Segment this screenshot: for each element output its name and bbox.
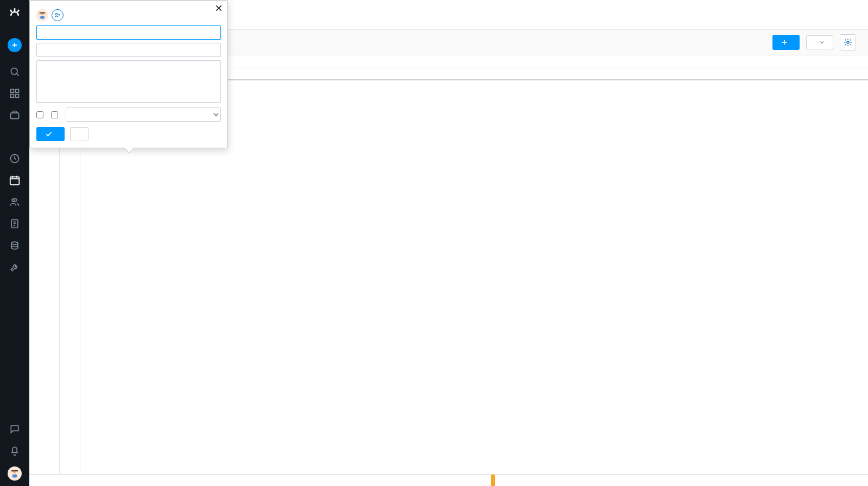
new-button[interactable] [8, 38, 22, 52]
timeline-marker[interactable] [491, 475, 495, 486]
dashboard-icon[interactable] [9, 87, 21, 99]
save-button[interactable] [36, 127, 65, 141]
svg-rect-2 [16, 90, 19, 93]
svg-rect-20 [40, 16, 45, 18]
chat-icon[interactable] [9, 423, 21, 435]
svg-rect-21 [40, 12, 46, 14]
briefcase-icon[interactable] [9, 109, 21, 121]
svg-rect-13 [11, 470, 18, 471]
close-icon[interactable] [214, 4, 223, 14]
svg-rect-3 [11, 94, 14, 98]
edit-button[interactable] [70, 127, 88, 141]
description-input[interactable] [36, 60, 221, 103]
notes-icon[interactable] [9, 218, 21, 230]
svg-rect-4 [16, 94, 19, 98]
clock-icon[interactable] [9, 153, 21, 165]
view-mode-select[interactable] [806, 35, 833, 49]
svg-point-10 [11, 242, 18, 244]
subject-input[interactable] [36, 26, 221, 40]
svg-rect-1 [11, 90, 14, 93]
reminder-checkbox[interactable] [51, 111, 60, 118]
calendar-settings-button[interactable] [840, 34, 856, 51]
month-timeline[interactable] [29, 474, 868, 486]
billing-icon[interactable] [9, 239, 21, 251]
app-sidebar [0, 0, 29, 486]
add-event-button[interactable] [772, 35, 800, 50]
svg-rect-12 [12, 475, 17, 478]
bell-icon[interactable] [9, 445, 21, 457]
svg-point-18 [847, 41, 849, 43]
tools-icon[interactable] [9, 261, 21, 273]
todo-icon[interactable] [9, 131, 21, 143]
new-event-popover [29, 0, 228, 148]
event-invite-button[interactable] [52, 9, 64, 21]
location-input[interactable] [36, 43, 221, 57]
svg-rect-7 [10, 177, 20, 185]
contacts-icon[interactable] [9, 196, 21, 208]
personal-checkbox[interactable] [36, 111, 46, 118]
search-icon[interactable] [9, 66, 21, 78]
event-owner-avatar[interactable] [36, 9, 48, 21]
calendar-icon[interactable] [9, 174, 21, 186]
svg-rect-5 [11, 113, 19, 119]
type-select[interactable] [66, 108, 221, 122]
app-logo [6, 5, 23, 24]
svg-point-22 [56, 14, 58, 16]
svg-point-0 [11, 68, 17, 74]
user-avatar[interactable] [8, 466, 22, 481]
